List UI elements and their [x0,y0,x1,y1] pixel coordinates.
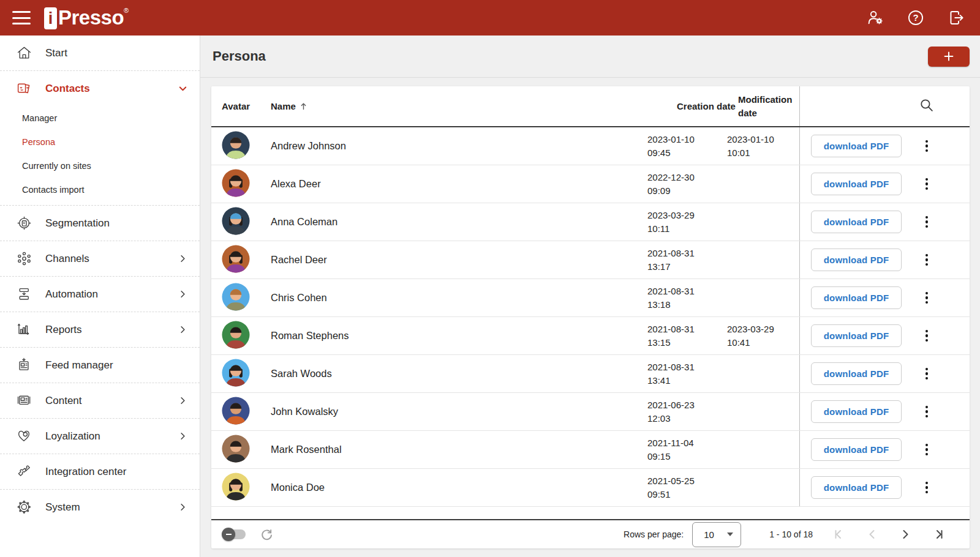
contact-name: John Kowalsky [271,406,338,417]
app-logo: i Presso ® [44,6,129,29]
segmentation-icon [12,212,36,235]
sidebar-item-reports[interactable]: Reports [0,312,200,347]
menu-icon[interactable] [12,11,31,24]
table-row: Monica Doe2021-05-2509:51download PDF [211,469,970,507]
download-pdf-button[interactable]: download PDF [811,362,902,385]
row-menu-icon[interactable] [923,138,931,155]
sort-ascending-icon[interactable] [298,101,309,111]
pagination-range: 1 - 10 of 18 [769,529,813,539]
column-header-creation-date[interactable]: Creation date [677,100,738,113]
download-pdf-button[interactable]: download PDF [811,286,902,309]
sidebar-item-system[interactable]: System [0,490,200,525]
download-pdf-button[interactable]: download PDF [811,400,902,423]
rows-per-page-select[interactable]: 10 [692,522,741,547]
row-menu-icon[interactable] [923,479,931,496]
row-menu-icon[interactable] [923,327,931,345]
content-icon [12,389,36,413]
sidebar-item-label: Segmentation [45,217,110,230]
download-pdf-button[interactable]: download PDF [811,135,902,157]
previous-page-button[interactable] [864,526,880,542]
table-row: Sarah Woods2021-08-3113:41download PDF [211,355,970,393]
column-header-modification-date[interactable]: Modification date [738,93,799,120]
sidebar-item-integration-center[interactable]: Integration center [0,454,200,489]
row-menu-icon[interactable] [923,252,931,269]
compact-view-toggle[interactable] [224,529,246,539]
last-page-button[interactable] [930,526,946,542]
sidebar-item-channels[interactable]: Channels [0,241,200,276]
next-page-button[interactable] [897,526,913,542]
avatar-cell [222,359,271,389]
sidebar-subitem-currently-on-sites[interactable]: Currently on sites [0,154,200,178]
creation-date-cell: 2021-05-2509:51 [647,474,727,501]
contact-name: Roman Stephens [271,330,349,342]
contact-name: Rachel Deer [271,254,327,266]
avatar [222,245,250,273]
row-menu-icon[interactable] [923,365,931,383]
first-page-button[interactable] [831,526,847,542]
row-menu-icon[interactable] [923,290,931,307]
reports-icon [12,318,36,342]
avatar [222,283,250,311]
sidebar-item-contacts[interactable]: Contacts [0,71,200,106]
creation-date-cell: 2023-03-2910:11 [647,209,727,236]
sidebar-item-content[interactable]: Content [0,383,200,418]
download-pdf-button[interactable]: download PDF [811,249,902,271]
sidebar-item-label: Content [45,395,82,407]
sidebar-item-automation[interactable]: Automation [0,277,200,312]
column-header-name[interactable]: Name [271,100,296,113]
download-pdf-button[interactable]: download PDF [811,476,902,499]
search-icon[interactable] [919,97,934,115]
automation-icon [12,283,36,306]
sidebar-item-loyalization[interactable]: Loyalization [0,419,200,454]
sidebar-item-segmentation[interactable]: Segmentation [0,206,200,241]
system-icon [12,496,36,519]
download-pdf-button[interactable]: download PDF [811,211,902,233]
chevron-right-icon [177,501,189,513]
plus-icon [942,50,956,63]
help-icon[interactable]: ? [907,9,925,27]
chevron-down-icon [177,83,189,94]
contact-name: Anna Coleman [271,216,337,228]
avatar [222,473,250,501]
table-row: Rachel Deer2021-08-3113:17download PDF [211,241,970,279]
sidebar-subitem-persona[interactable]: Persona [0,130,200,154]
download-pdf-button[interactable]: download PDF [811,173,902,195]
table-row: Alexa Deer2022-12-3009:09download PDF [211,165,970,203]
row-menu-icon[interactable] [923,214,931,231]
creation-date-cell: 2023-01-1009:45 [647,133,727,160]
chevron-right-icon [177,253,189,264]
avatar [222,321,250,349]
rows-per-page-value: 10 [704,529,714,540]
sidebar-subitem-manager[interactable]: Manager [0,106,200,130]
sidebar-item-start[interactable]: Start [0,36,200,70]
chevron-right-icon [177,324,189,335]
dropdown-caret-icon [727,533,733,536]
creation-date-cell: 2021-06-2312:03 [647,398,727,425]
table-row: John Kowalsky2021-06-2312:03download PDF [211,393,970,431]
modification-date-cell: 2023-01-1010:01 [727,133,799,160]
chevron-right-icon [177,288,189,300]
table-row: Chris Cohen2021-08-3113:18download PDF [211,279,970,317]
creation-date-cell: 2021-08-3113:41 [647,361,727,387]
sidebar-subitem-contacts-import[interactable]: Contacts import [0,178,200,201]
sidebar-item-label: System [45,501,80,514]
persona-table-card: Avatar Name Creation date Modification d… [211,86,970,548]
avatar [222,435,250,463]
sidebar-item-feed-manager[interactable]: Feed manager [0,348,200,383]
avatar-cell [222,131,271,162]
contact-name: Monica Doe [271,482,325,493]
row-menu-icon[interactable] [923,176,931,193]
download-pdf-button[interactable]: download PDF [811,438,902,461]
row-menu-icon[interactable] [923,441,931,458]
avatar-cell [222,397,271,427]
add-persona-button[interactable] [928,47,970,67]
main-content: Persona Avatar Name Creation date Modifi… [200,36,980,557]
table-header-row: Avatar Name Creation date Modification d… [211,86,970,127]
creation-date-cell: 2022-12-3009:09 [647,171,727,198]
row-menu-icon[interactable] [923,403,931,421]
sidebar-item-label: Start [45,47,67,59]
refresh-icon[interactable] [259,527,274,542]
manage-account-icon[interactable] [866,9,884,27]
download-pdf-button[interactable]: download PDF [811,324,902,347]
logout-icon[interactable] [947,9,965,27]
